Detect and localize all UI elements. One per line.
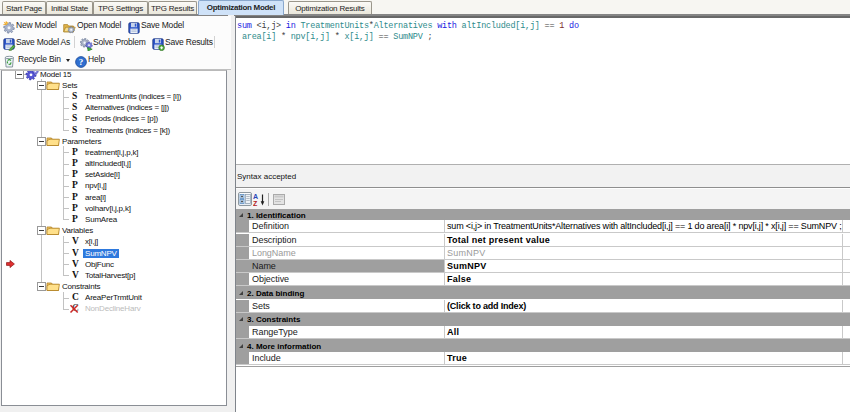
svg-text:?: ? [79, 57, 84, 67]
svg-text:A: A [253, 193, 258, 200]
svg-text:Z: Z [253, 200, 258, 207]
